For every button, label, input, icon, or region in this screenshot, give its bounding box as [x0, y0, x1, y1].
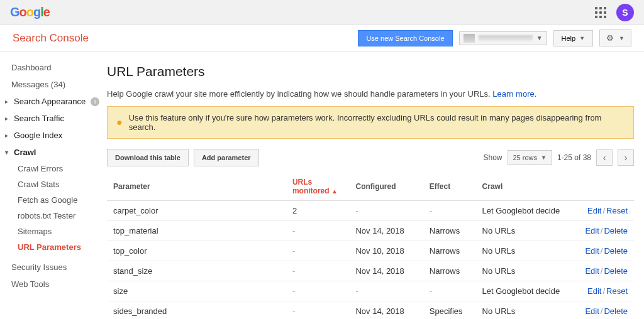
chevron-right-icon: ▸ [5, 132, 11, 139]
chevron-right-icon: ▸ [5, 98, 11, 105]
edit-link[interactable]: Edit [585, 266, 599, 276]
table-row: size---Let Googlebot decideEdit/Reset [107, 281, 634, 301]
col-urls-monitored[interactable]: URLs monitored ▲ [286, 173, 350, 201]
table-row: carpet_color2--Let Googlebot decideEdit/… [107, 201, 634, 221]
page-intro: Help Google crawl your site more efficie… [107, 89, 634, 99]
sort-asc-icon: ▲ [331, 188, 338, 195]
edit-link[interactable]: Edit [585, 226, 599, 235]
col-crawl[interactable]: Crawl [476, 173, 571, 201]
apps-icon[interactable] [595, 7, 606, 18]
info-icon: i [91, 97, 99, 106]
warning-banner: ● Use this feature only if you're sure h… [107, 106, 634, 139]
delete-link[interactable]: Delete [604, 246, 628, 256]
sidebar-item-crawl-errors[interactable]: Crawl Errors [0, 161, 107, 176]
sidebar-item-sitemaps[interactable]: Sitemaps [0, 224, 107, 239]
chevron-down-icon: ▼ [579, 35, 585, 41]
learn-more-link[interactable]: Learn more. [492, 89, 536, 99]
chevron-down-icon: ▼ [619, 35, 625, 41]
sidebar-item-crawl-stats[interactable]: Crawl Stats [0, 176, 107, 192]
avatar[interactable]: S [616, 4, 634, 21]
col-effect[interactable]: Effect [423, 173, 476, 201]
property-selector[interactable]: ▼ [459, 31, 547, 45]
property-thumb [464, 34, 475, 43]
sidebar-item-url-parameters[interactable]: URL Parameters [0, 239, 107, 255]
sidebar-item-messages[interactable]: Messages (34) [0, 76, 107, 93]
next-page-button[interactable]: › [618, 149, 634, 166]
col-parameter[interactable]: Parameter [107, 173, 286, 201]
sidebar-item-dashboard[interactable]: Dashboard [0, 59, 107, 76]
sidebar-group-search-traffic[interactable]: ▸Search Traffic [0, 110, 107, 127]
prev-page-button[interactable]: ‹ [596, 149, 613, 166]
table-row: sides_branded-Nov 14, 2018SpecifiesNo UR… [107, 301, 634, 320]
sidebar-item-fetch-as-google[interactable]: Fetch as Google [0, 192, 107, 208]
sidebar-group-google-index[interactable]: ▸Google Index [0, 127, 107, 144]
reset-link[interactable]: Reset [606, 286, 628, 296]
col-configured[interactable]: Configured [349, 173, 423, 201]
google-logo[interactable]: Google [10, 5, 50, 19]
product-name: Search Console [13, 32, 89, 45]
sidebar-item-robots-tester[interactable]: robots.txt Tester [0, 208, 107, 224]
help-button[interactable]: Help▼ [553, 30, 594, 46]
reset-link[interactable]: Reset [606, 206, 628, 215]
download-table-button[interactable]: Download this table [107, 149, 189, 166]
add-parameter-button[interactable]: Add parameter [194, 149, 259, 166]
table-row: top_color-Nov 10, 2018NarrowsNo URLsEdit… [107, 241, 634, 261]
delete-link[interactable]: Delete [604, 306, 628, 316]
sidebar-item-web-tools[interactable]: Web Tools [0, 276, 107, 293]
pagination-range: 1-25 of 38 [557, 153, 591, 162]
sidebar-group-crawl[interactable]: ▾Crawl [0, 144, 107, 161]
edit-link[interactable]: Edit [585, 306, 599, 316]
settings-button[interactable]: ⚙▼ [599, 30, 631, 46]
property-text [479, 35, 533, 41]
sidebar-group-search-appearance[interactable]: ▸Search Appearancei [0, 93, 107, 110]
table-row: top_material-Nov 14, 2018NarrowsNo URLsE… [107, 221, 634, 241]
chevron-down-icon: ▼ [536, 35, 543, 41]
sidebar-item-security[interactable]: Security Issues [0, 259, 107, 276]
rows-selector[interactable]: 25 rows▼ [508, 150, 552, 165]
table-row: stand_size-Nov 14, 2018NarrowsNo URLsEdi… [107, 261, 634, 281]
edit-link[interactable]: Edit [585, 246, 599, 256]
parameters-table: Parameter URLs monitored ▲ Configured Ef… [107, 173, 634, 319]
page-title: URL Parameters [107, 64, 634, 79]
delete-link[interactable]: Delete [604, 266, 628, 276]
gear-icon: ⚙ [606, 33, 614, 43]
edit-link[interactable]: Edit [587, 286, 601, 296]
delete-link[interactable]: Delete [604, 226, 628, 235]
warning-icon: ● [116, 117, 123, 128]
chevron-right-icon: ▸ [5, 115, 11, 122]
chevron-down-icon: ▾ [5, 149, 11, 156]
show-label: Show [483, 153, 502, 162]
edit-link[interactable]: Edit [587, 206, 601, 215]
new-console-button[interactable]: Use new Search Console [358, 30, 452, 46]
chevron-down-icon: ▼ [541, 154, 547, 161]
